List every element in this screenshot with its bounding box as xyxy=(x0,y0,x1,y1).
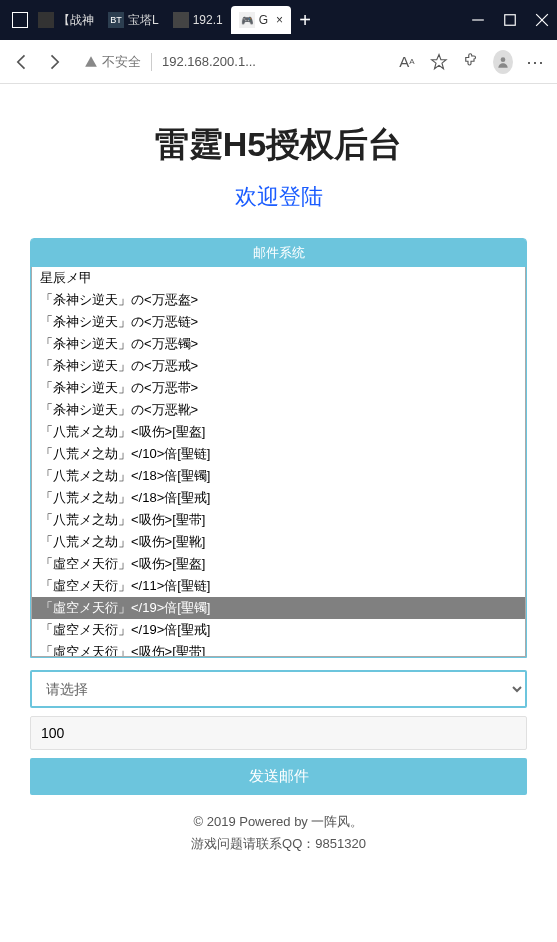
footer-copyright: © 2019 Powered by 一阵风。 xyxy=(30,811,527,833)
url-text: 192.168.200.1... xyxy=(162,54,256,69)
browser-tab[interactable]: 【战神 xyxy=(32,8,100,33)
page-footer: © 2019 Powered by 一阵风。 游戏问题请联系QQ：9851320 xyxy=(30,811,527,855)
amount-input[interactable] xyxy=(30,716,527,750)
list-item[interactable]: 「八荒メ之劫」</18>倍[聖戒] xyxy=(32,487,525,509)
warning-icon xyxy=(84,55,98,69)
list-item[interactable]: 「八荒メ之劫」<吸伤>[聖带] xyxy=(32,509,525,531)
browser-toolbar: 不安全 192.168.200.1... AA ⋯ xyxy=(0,40,557,84)
minimize-icon[interactable] xyxy=(471,13,485,27)
list-item[interactable]: 「虛空メ天衍」<吸伤>[聖盔] xyxy=(32,553,525,575)
page-subtitle: 欢迎登陆 xyxy=(30,182,527,212)
tab-label: 192.1 xyxy=(193,13,223,27)
maximize-icon[interactable] xyxy=(503,13,517,27)
list-item[interactable]: 「杀神シ逆天」の<万恶盔> xyxy=(32,289,525,311)
list-item[interactable]: 「虛空メ天衍」</19>倍[聖镯] xyxy=(32,597,525,619)
browser-titlebar: 【战神 BT 宝塔L 192.1 🎮 G × + xyxy=(0,0,557,40)
list-item[interactable]: 「虛空メ天衍」</11>倍[聖链] xyxy=(32,575,525,597)
tab-overview-icon[interactable] xyxy=(8,8,32,32)
favicon-icon: BT xyxy=(108,12,124,28)
svg-rect-1 xyxy=(505,15,516,26)
back-button[interactable] xyxy=(12,52,32,72)
footer-contact: 游戏问题请联系QQ：9851320 xyxy=(30,833,527,855)
security-warning: 不安全 xyxy=(84,53,141,71)
new-tab-button[interactable]: + xyxy=(293,8,317,32)
menu-icon[interactable]: ⋯ xyxy=(525,52,545,72)
list-item[interactable]: 「杀神シ逆天」の<万恶带> xyxy=(32,377,525,399)
tab-label: 宝塔L xyxy=(128,12,159,29)
browser-tab[interactable]: 192.1 xyxy=(167,8,229,32)
favicon-icon xyxy=(38,12,54,28)
list-item[interactable]: 「杀神シ逆天」の<万恶戒> xyxy=(32,355,525,377)
list-item[interactable]: 「虛空メ天衍」</19>倍[聖戒] xyxy=(32,619,525,641)
browser-tab[interactable]: BT 宝塔L xyxy=(102,8,165,33)
list-item[interactable]: 「八荒メ之劫」<吸伤>[聖靴] xyxy=(32,531,525,553)
list-item[interactable]: 「八荒メ之劫」</10>倍[聖链] xyxy=(32,443,525,465)
favicon-icon xyxy=(173,12,189,28)
list-item[interactable]: 「杀神シ逆天」の<万恶链> xyxy=(32,311,525,333)
item-listbox[interactable]: 星辰メ甲「杀神シ逆天」の<万恶盔>「杀神シ逆天」の<万恶链>「杀神シ逆天」の<万… xyxy=(31,267,526,657)
list-item[interactable]: 「杀神シ逆天」の<万恶靴> xyxy=(32,399,525,421)
extensions-icon[interactable] xyxy=(461,52,481,72)
target-select[interactable]: 请选择 xyxy=(30,670,527,708)
svg-point-4 xyxy=(501,57,506,62)
tab-label: G xyxy=(259,13,268,27)
close-tab-icon[interactable]: × xyxy=(276,13,283,27)
tab-label: 【战神 xyxy=(58,12,94,29)
page-title: 雷霆H5授权后台 xyxy=(30,122,527,168)
favorites-icon[interactable] xyxy=(429,52,449,72)
read-aloud-icon[interactable]: AA xyxy=(397,52,417,72)
list-item[interactable]: 星辰メ甲 xyxy=(32,267,525,289)
list-item[interactable]: 「杀神シ逆天」の<万恶镯> xyxy=(32,333,525,355)
list-item[interactable]: 「虛空メ天衍」<吸伤>[聖带] xyxy=(32,641,525,657)
forward-button[interactable] xyxy=(44,52,64,72)
close-window-icon[interactable] xyxy=(535,13,549,27)
favicon-icon: 🎮 xyxy=(239,12,255,28)
mail-panel: 邮件系统 星辰メ甲「杀神シ逆天」の<万恶盔>「杀神シ逆天」の<万恶链>「杀神シ逆… xyxy=(30,238,527,658)
list-item[interactable]: 「八荒メ之劫」</18>倍[聖镯] xyxy=(32,465,525,487)
send-mail-button[interactable]: 发送邮件 xyxy=(30,758,527,795)
panel-header: 邮件系统 xyxy=(31,239,526,267)
address-bar[interactable]: 不安全 192.168.200.1... xyxy=(76,46,385,78)
list-item[interactable]: 「八荒メ之劫」<吸伤>[聖盔] xyxy=(32,421,525,443)
browser-tab-active[interactable]: 🎮 G × xyxy=(231,6,291,34)
profile-icon[interactable] xyxy=(493,52,513,72)
